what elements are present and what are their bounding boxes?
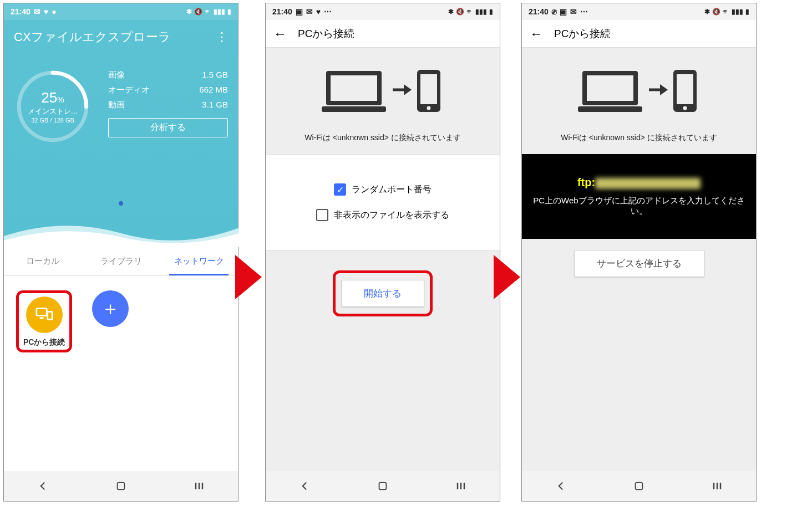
chat-icon: ● [52,7,56,16]
ftp-address-panel: ftp: PC上のWebブラウザに上記のアドレスを入力してください。 [522,154,756,239]
svg-rect-9 [420,74,437,104]
stat-video-label: 動画 [108,100,125,110]
mute-icon: 🔇 [456,8,464,16]
devices-icon [35,305,54,324]
nav-recent[interactable] [188,475,210,497]
nav-home[interactable] [372,475,394,497]
option-show-hidden[interactable]: 非表示のファイルを表示する [266,202,500,228]
heart-icon: ♥ [44,7,48,16]
mail-icon: ✉ [34,7,40,16]
option-label: ランダムポート番号 [352,184,432,196]
action-area: 開始する [266,250,500,501]
connection-graphic-panel: Wi-Fiは <unknown ssid> に接続されています [522,48,756,154]
nav-home[interactable] [628,475,650,497]
wifi-icon: ᯤ [466,8,473,16]
svg-rect-2 [37,309,47,316]
svg-rect-14 [578,106,642,112]
status-bar: 21:40 ⎚ ▣ ✉ ⋯ ✱ 🔇 ᯤ ▮▮▮ ▮ [522,3,756,20]
screen-1: 21:40 ✉ ♥ ● ✱ 🔇 ᯤ ▮▮▮ ▮ CXファイルエクスプローラ ⋮ [3,3,238,502]
signal-icon: ▮▮▮ [732,8,743,16]
signal-icon: ▮▮▮ [475,8,487,16]
more-notifications: ⋯ [324,7,332,16]
more-notifications: ⋯ [580,7,588,16]
mute-icon: 🔇 [194,8,202,16]
wave-decoration [4,214,239,247]
nav-bar [266,471,500,501]
screen-3: 21:40 ⎚ ▣ ✉ ⋯ ✱ 🔇 ᯤ ▮▮▮ ▮ ← PCから接続 [521,3,757,502]
tab-bar: ローカル ライブラリ ネットワーク [4,247,238,276]
page-header: ← PCから接続 [522,20,756,48]
mail-icon: ✉ [306,7,313,16]
svg-rect-13 [587,75,633,101]
wifi-status-text: Wi-Fiは <unknown ssid> に接続されています [522,133,756,143]
tab-library[interactable]: ライブラリ [82,247,160,275]
pc-to-phone-icon [578,68,700,116]
nav-recent[interactable] [706,475,728,497]
ftp-address: ftp: [530,176,748,189]
image-icon: ▣ [560,7,567,16]
action-area: サービスを停止する [522,239,756,501]
stat-audio-value: 662 MB [199,85,228,95]
tab-network[interactable]: ネットワーク [160,247,238,275]
highlight-start-button: 開始する [333,270,433,316]
add-button[interactable]: ＋ [92,290,129,327]
status-time: 21:40 [11,7,31,16]
page-header: ← PCから接続 [266,20,500,48]
page-title: PCから接続 [554,27,611,41]
option-random-port[interactable]: ✓ ランダムポート番号 [266,177,500,202]
start-button[interactable]: 開始する [341,280,424,307]
more-menu-icon[interactable]: ⋮ [216,34,228,40]
bluetooth-icon: ✱ [704,8,710,16]
options-panel: ✓ ランダムポート番号 非表示のファイルを表示する [266,155,500,250]
broadcast-icon: ⎚ [552,7,556,16]
tab-local[interactable]: ローカル [4,247,82,275]
wifi-status-text: Wi-Fiは <unknown ssid> に接続されています [266,133,500,143]
connection-graphic-panel: Wi-Fiは <unknown ssid> に接続されています [266,48,500,155]
ftp-address-redacted [595,178,701,189]
arrow-right-icon [235,255,262,299]
nav-back[interactable] [293,475,316,497]
mail-icon: ✉ [570,7,577,16]
option-label: 非表示のファイルを表示する [334,209,449,221]
nav-bar [4,471,238,501]
svg-rect-11 [379,483,387,490]
wifi-icon: ᯤ [205,8,211,16]
status-time: 21:40 [529,7,549,16]
checkbox-empty-icon [316,209,328,221]
svg-rect-6 [331,75,377,101]
header-panel: 21:40 ✉ ♥ ● ✱ 🔇 ᯤ ▮▮▮ ▮ CXファイルエクスプローラ ⋮ [4,3,238,247]
svg-rect-7 [322,106,386,112]
stat-audio-label: オーディオ [108,85,150,95]
nav-back[interactable] [32,475,54,497]
stat-video-value: 3.1 GB [202,100,228,110]
nav-back[interactable] [550,475,572,497]
nav-recent[interactable] [450,475,472,497]
page-indicator-dot [119,201,123,206]
stat-image-value: 1.5 GB [202,70,228,80]
page-title: PCから接続 [298,27,354,41]
highlight-pc-connect: PCから接続 [16,290,72,352]
storage-percent: 25 [41,89,57,106]
nav-home[interactable] [110,475,132,497]
bluetooth-icon: ✱ [448,8,454,16]
battery-icon: ▮ [745,8,749,16]
analyze-button[interactable]: 分析する [108,118,228,137]
svg-rect-3 [47,311,52,319]
plus-icon: ＋ [101,296,120,321]
app-title: CXファイルエクスプローラ [14,29,171,45]
battery-icon: ▮ [489,8,493,16]
arrow-right-icon [494,255,520,299]
pc-connect-button[interactable] [26,296,63,333]
back-button[interactable]: ← [530,26,543,42]
signal-icon: ▮▮▮ [214,8,225,16]
image-icon: ▣ [296,7,303,16]
storage-gauge[interactable]: 25% メインストレ… 32 GB / 128 GB [14,68,92,145]
nav-bar [522,471,756,501]
back-button[interactable]: ← [273,26,287,42]
pc-to-phone-icon [322,68,444,116]
heart-icon: ♥ [316,7,321,16]
stop-service-button[interactable]: サービスを停止する [574,250,704,277]
mute-icon: 🔇 [712,8,720,16]
svg-rect-4 [118,483,125,490]
storage-capacity: 32 GB / 128 GB [31,116,74,124]
